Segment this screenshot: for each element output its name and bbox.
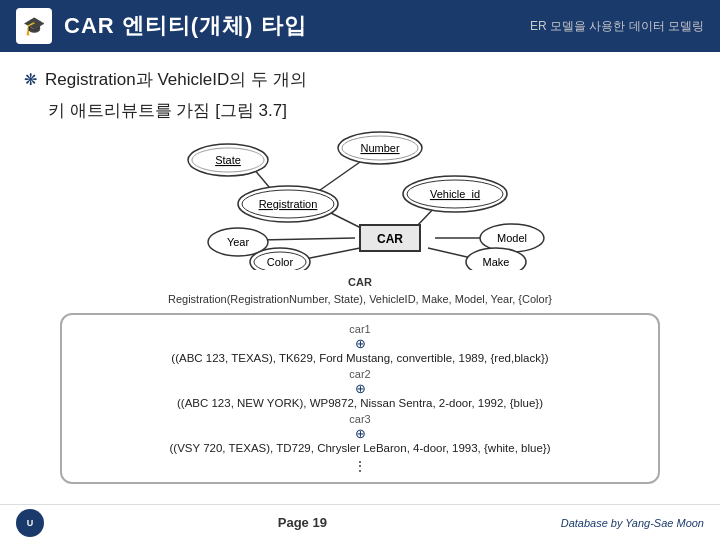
header-title: CAR 엔티티(개체) 타입 (64, 11, 518, 41)
svg-point-9 (192, 148, 264, 172)
footer-credit: Database by Yang-Sae Moon (561, 517, 704, 529)
svg-point-12 (342, 136, 418, 160)
header-logo-icon: 🎓 (16, 8, 52, 44)
svg-point-22 (208, 228, 268, 256)
svg-text:State: State (215, 154, 241, 166)
ellipsis: ⋮ (82, 458, 638, 474)
intro-line2: 키 애트리뷰트를 가짐 [그림 3.7] (48, 99, 696, 122)
header: 🎓 CAR 엔티티(개체) 타입 ER 모델을 사용한 데이터 모델링 (0, 0, 720, 52)
list-item: car3 ⊕ ((VSY 720, TEXAS), TD729, Chrysle… (82, 413, 638, 454)
car1-label: car1 (82, 323, 638, 335)
svg-line-4 (260, 238, 355, 240)
svg-line-7 (428, 248, 480, 260)
svg-point-24 (480, 224, 544, 252)
svg-point-8 (188, 144, 268, 176)
er-diagram: State Number Registration Vehicle_id CAR (170, 130, 550, 270)
svg-point-15 (242, 190, 334, 218)
svg-line-0 (253, 168, 280, 200)
footer-logo: U (16, 509, 44, 537)
data-box: car1 ⊕ ((ABC 123, TEXAS), TK629, Ford Mu… (60, 313, 660, 484)
svg-point-18 (407, 180, 503, 208)
car3-icon: ⊕ (82, 426, 638, 441)
svg-point-17 (403, 176, 507, 212)
svg-text:Registration: Registration (259, 198, 318, 210)
list-item: car1 ⊕ ((ABC 123, TEXAS), TK629, Ford Mu… (82, 323, 638, 364)
footer-page: Page 19 (278, 515, 327, 530)
car2-data: ((ABC 123, NEW YORK), WP9872, Nissan Sen… (82, 397, 638, 409)
car1-data: ((ABC 123, TEXAS), TK629, Ford Mustang, … (82, 352, 638, 364)
svg-line-6 (300, 248, 360, 260)
bullet-icon: ❋ (24, 70, 37, 89)
intro-line1: ❋ Registration과 VehicleID의 두 개의 (24, 68, 696, 91)
svg-point-26 (250, 248, 310, 270)
svg-text:Year: Year (227, 236, 250, 248)
list-item: car2 ⊕ ((ABC 123, NEW YORK), WP9872, Nis… (82, 368, 638, 409)
svg-line-1 (313, 155, 370, 195)
car-caption-subtitle: Registration(RegistrationNumber, State),… (168, 293, 552, 305)
main-content: ❋ Registration과 VehicleID의 두 개의 키 애트리뷰트를… (0, 52, 720, 504)
car-caption: CAR Registration(RegistrationNumber, Sta… (24, 274, 696, 307)
footer: U Page 19 Database by Yang-Sae Moon (0, 504, 720, 540)
diagram-area: State Number Registration Vehicle_id CAR (24, 130, 696, 270)
svg-point-11 (338, 132, 422, 164)
svg-line-2 (325, 210, 365, 230)
svg-point-14 (238, 186, 338, 222)
svg-point-27 (254, 252, 306, 270)
car3-data: ((VSY 720, TEXAS), TD729, Chrysler LeBar… (82, 442, 638, 454)
svg-text:Model: Model (497, 232, 527, 244)
svg-rect-20 (360, 225, 420, 251)
car1-icon: ⊕ (82, 336, 638, 351)
intro-text-line1: Registration과 VehicleID의 두 개의 (45, 68, 307, 91)
car2-label: car2 (82, 368, 638, 380)
car-caption-title: CAR (348, 276, 372, 288)
svg-point-29 (466, 248, 526, 270)
university-logo-icon: U (16, 509, 44, 537)
car2-icon: ⊕ (82, 381, 638, 396)
svg-line-3 (415, 202, 440, 228)
car3-label: car3 (82, 413, 638, 425)
svg-text:Color: Color (267, 256, 294, 268)
svg-text:CAR: CAR (377, 232, 403, 246)
svg-text:Number: Number (360, 142, 399, 154)
svg-text:Vehicle_id: Vehicle_id (430, 188, 480, 200)
header-subtitle: ER 모델을 사용한 데이터 모델링 (530, 18, 704, 35)
svg-text:Make: Make (483, 256, 510, 268)
